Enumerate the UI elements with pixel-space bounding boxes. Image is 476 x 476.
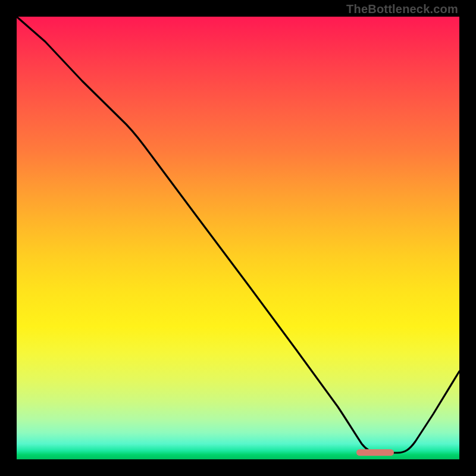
chart-stage: TheBottleneck.com xyxy=(0,0,476,476)
watermark-label: TheBottleneck.com xyxy=(346,2,458,16)
gradient-background xyxy=(17,17,459,459)
optimal-range-marker xyxy=(356,449,394,456)
plot-area xyxy=(17,17,459,459)
